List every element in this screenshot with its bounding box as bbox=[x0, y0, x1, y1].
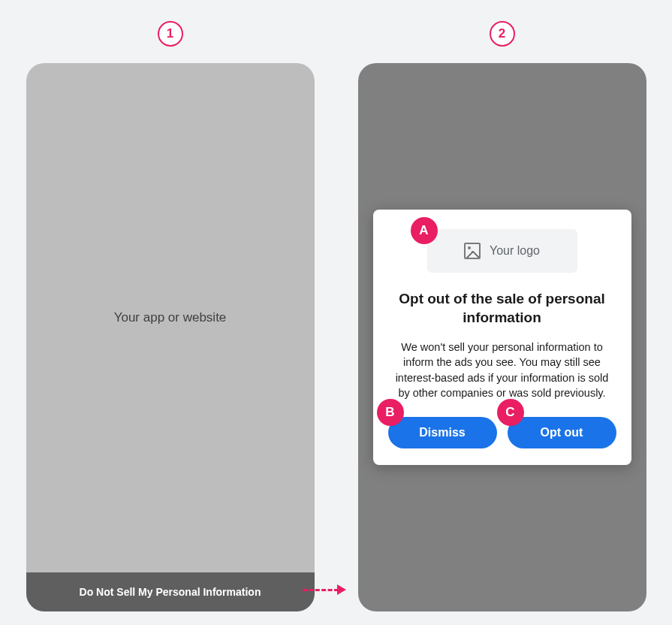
marker-c: C bbox=[497, 399, 524, 426]
step-1-column: 1 Your app or website Do Not Sell My Per… bbox=[26, 21, 315, 611]
footer-bar: Do Not Sell My Personal Information bbox=[26, 572, 315, 611]
flow-arrow bbox=[303, 584, 346, 595]
opt-out-button[interactable]: Opt out bbox=[508, 417, 616, 448]
dialog-body-text: We won't sell your personal information … bbox=[388, 340, 616, 400]
arrow-line bbox=[303, 589, 339, 591]
opt-out-dialog: A Your logo Opt out of the sale of perso… bbox=[373, 210, 631, 465]
logo-placeholder-box: Your logo bbox=[427, 229, 577, 273]
dismiss-button[interactable]: Dismiss bbox=[388, 417, 497, 448]
arrow-head-icon bbox=[337, 584, 346, 595]
marker-a: A bbox=[411, 217, 438, 244]
step-2-badge: 2 bbox=[490, 21, 515, 47]
device-frame-2: A Your logo Opt out of the sale of perso… bbox=[358, 63, 646, 611]
dialog-title: Opt out of the sale of personal informat… bbox=[388, 289, 616, 328]
app-body-placeholder: Your app or website bbox=[26, 63, 315, 572]
app-placeholder-text: Your app or website bbox=[114, 310, 227, 325]
diagram-container: 1 Your app or website Do Not Sell My Per… bbox=[0, 0, 672, 625]
logo-placeholder-text: Your logo bbox=[490, 244, 540, 258]
marker-b: B bbox=[377, 399, 404, 426]
device-frame-1: Your app or website Do Not Sell My Perso… bbox=[26, 63, 315, 611]
image-placeholder-icon bbox=[464, 243, 481, 259]
step-2-column: 2 A Your logo Opt out of the sale of per… bbox=[358, 21, 646, 611]
step-1-badge: 1 bbox=[158, 21, 183, 47]
do-not-sell-link[interactable]: Do Not Sell My Personal Information bbox=[80, 586, 261, 598]
